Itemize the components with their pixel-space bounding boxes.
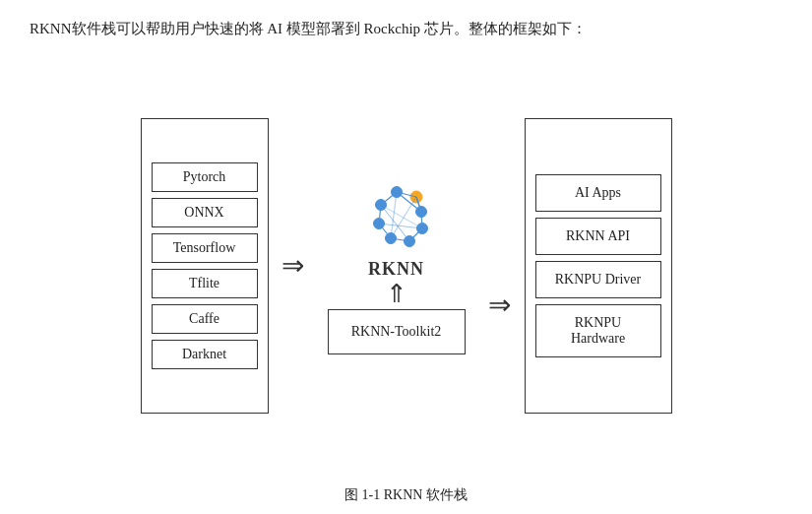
right-stack-item: RKNN API bbox=[535, 218, 661, 255]
svg-line-12 bbox=[379, 224, 391, 238]
svg-line-21 bbox=[391, 192, 397, 238]
diagram-area: PytorchONNXTensorflowTfliteCaffeDarknet … bbox=[30, 58, 782, 476]
framework-item: Tflite bbox=[152, 269, 258, 298]
frameworks-column: PytorchONNXTensorflowTfliteCaffeDarknet bbox=[141, 118, 269, 414]
arrow-up: ⇑ bbox=[386, 282, 407, 307]
rknn-label: RKNN bbox=[368, 259, 424, 280]
svg-line-10 bbox=[381, 192, 397, 205]
right-stack-item: AI Apps bbox=[535, 174, 661, 212]
framework-item: Tensorflow bbox=[152, 233, 258, 263]
header-description: RKNN软件栈可以帮助用户快速的将 AI 模型部署到 Rockchip 芯片。整… bbox=[30, 18, 782, 40]
framework-item: Pytorch bbox=[152, 162, 258, 192]
framework-item: ONNX bbox=[152, 198, 258, 227]
right-stack-item: RKNPU Hardware bbox=[535, 304, 661, 357]
svg-line-14 bbox=[409, 228, 422, 241]
framework-item: Caffe bbox=[152, 304, 258, 334]
rknn-logo-area: RKNN bbox=[347, 177, 446, 280]
middle-column: RKNN ⇑ RKNN-Toolkit2 bbox=[318, 177, 475, 354]
right-stack-item: RKNPU Driver bbox=[535, 261, 661, 298]
arrow-left-to-middle: ⇒ bbox=[269, 252, 318, 280]
toolkit-box: RKNN-Toolkit2 bbox=[328, 309, 466, 354]
framework-item: Darknet bbox=[152, 340, 258, 369]
rknn-network-icon bbox=[347, 177, 446, 261]
diagram-caption: 图 1-1 RKNN 软件栈 bbox=[30, 486, 782, 504]
arrow-middle-to-right: ⇒ bbox=[475, 291, 525, 319]
right-column: AI AppsRKNN APIRKNPU DriverRKNPU Hardwar… bbox=[525, 118, 672, 414]
